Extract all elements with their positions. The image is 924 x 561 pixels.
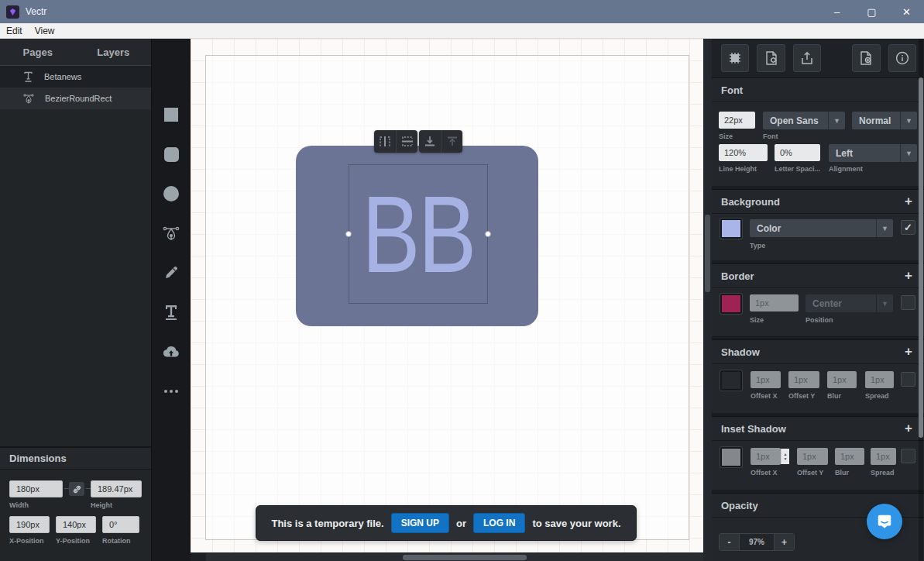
selection-handle-right[interactable] (485, 231, 491, 237)
y-position-field[interactable] (56, 516, 96, 533)
more-tools-icon[interactable] (163, 383, 180, 400)
layer-label: BezierRoundRect (45, 94, 112, 103)
scrollbar-corner (191, 553, 206, 561)
banner-suffix: to save your work. (532, 518, 620, 529)
opacity-decrease-button[interactable]: - (720, 534, 739, 550)
panel-scrollbar[interactable] (919, 39, 923, 561)
inset-shadow-enabled-checkbox[interactable] (901, 449, 915, 463)
line-height-field[interactable] (719, 144, 768, 161)
shadow-spread-field[interactable] (865, 371, 894, 388)
font-family-dropdown[interactable]: Open Sans (763, 112, 845, 129)
text-selection-box[interactable]: BB (349, 164, 488, 304)
bezier-pen-tool-icon[interactable] (163, 225, 180, 242)
rounded-rectangle-tool-icon[interactable] (163, 146, 180, 163)
letter-spacing-field[interactable] (775, 144, 820, 161)
panel-scrollbar-thumb[interactable] (919, 77, 923, 438)
font-family-label: Font (763, 133, 778, 140)
opacity-stepper: - 97% + (719, 533, 795, 551)
log-in-button[interactable]: LOG IN (473, 513, 525, 533)
pencil-tool-icon[interactable] (163, 264, 180, 281)
shadow-blur-field[interactable] (827, 371, 857, 388)
font-weight-dropdown[interactable]: Normal (852, 112, 917, 129)
menu-edit[interactable]: Edit (6, 26, 22, 36)
tab-layers[interactable]: Layers (76, 39, 152, 65)
horizontal-scrollbar-thumb[interactable] (403, 555, 527, 560)
border-color-swatch[interactable] (720, 294, 742, 314)
shadow-spread-label: Spread (865, 392, 889, 400)
bring-to-front-icon[interactable] (441, 130, 462, 153)
shadow-offset-x-label: Offset X (751, 392, 778, 400)
horizontal-scrollbar[interactable] (191, 552, 703, 561)
banner-or: or (456, 518, 466, 529)
shadow-offset-x-field[interactable] (751, 371, 781, 388)
shadow-enabled-checkbox[interactable] (901, 372, 915, 387)
canvas-text[interactable]: BB (362, 180, 475, 289)
stepper-arrows-icon[interactable] (781, 449, 789, 464)
height-field[interactable] (91, 480, 142, 497)
opacity-section-title: Opacity (721, 500, 758, 511)
ellipse-tool-icon[interactable] (163, 185, 180, 202)
align-horizontal-center-icon[interactable] (374, 130, 396, 153)
bezier-layer-icon (23, 93, 34, 104)
background-enabled-checkbox[interactable] (901, 220, 915, 235)
inset-shadow-color-swatch[interactable] (720, 447, 742, 467)
layer-row-bezierroundrect[interactable]: BezierRoundRect (0, 88, 151, 109)
add-shadow-button[interactable] (902, 344, 915, 360)
opacity-increase-button[interactable]: + (775, 534, 794, 550)
add-inset-shadow-button[interactable] (902, 421, 915, 436)
vertical-scrollbar-thumb[interactable] (705, 215, 710, 292)
shadow-color-swatch[interactable] (720, 370, 742, 391)
layer-label: Betanews (44, 72, 81, 81)
font-section-title: Font (721, 84, 743, 96)
add-page-icon[interactable] (852, 44, 880, 72)
inset-shadow-offset-x-field[interactable] (751, 448, 781, 465)
minimize-button[interactable]: – (819, 0, 854, 23)
alignment-dropdown[interactable]: Left (829, 144, 917, 162)
width-field[interactable] (9, 480, 63, 497)
close-button[interactable]: ✕ (889, 0, 924, 23)
align-vertical-center-icon[interactable] (396, 130, 417, 153)
vertical-scrollbar[interactable] (703, 39, 712, 561)
border-enabled-checkbox[interactable] (901, 295, 915, 310)
selection-toolbar-order (419, 130, 462, 153)
add-background-button[interactable] (902, 194, 915, 209)
cloud-upload-icon[interactable] (163, 343, 180, 360)
inset-shadow-blur-field[interactable] (835, 448, 864, 465)
chat-bubble-button[interactable] (867, 504, 902, 539)
layer-row-betanews[interactable]: Betanews (0, 66, 151, 88)
shadow-offset-y-field[interactable] (788, 371, 819, 388)
rotation-field[interactable] (102, 516, 139, 533)
page-settings-icon[interactable] (757, 44, 785, 72)
tab-pages[interactable]: Pages (0, 39, 76, 65)
maximize-button[interactable]: ▢ (854, 0, 889, 23)
chevron-down-icon (828, 112, 845, 129)
snap-grid-icon[interactable] (721, 44, 749, 72)
bezier-round-rect-shape[interactable]: BB (296, 146, 538, 326)
inset-shadow-blur-label: Blur (835, 469, 849, 477)
background-color-swatch[interactable] (720, 219, 742, 239)
info-icon[interactable] (888, 44, 916, 72)
left-panel: Pages Layers Betanews (0, 39, 152, 561)
chevron-down-icon (876, 219, 893, 237)
inset-shadow-spread-field[interactable] (871, 448, 896, 465)
canvas-area[interactable]: BB (191, 39, 703, 561)
send-to-back-icon[interactable] (419, 130, 441, 153)
x-position-field[interactable] (9, 516, 50, 533)
temporary-file-banner: This is a temporary file. SIGN UP or LOG… (256, 505, 637, 541)
sign-up-button[interactable]: SIGN UP (391, 513, 449, 533)
border-position-dropdown[interactable]: Center (805, 294, 893, 312)
menu-view[interactable]: View (35, 26, 55, 36)
export-icon[interactable] (793, 44, 821, 72)
border-size-field[interactable] (750, 294, 799, 311)
link-dimensions-button[interactable] (69, 482, 84, 496)
selection-handle-left[interactable] (345, 231, 352, 237)
text-tool-icon[interactable] (163, 304, 180, 321)
rectangle-tool-icon[interactable] (163, 106, 180, 123)
background-type-dropdown[interactable]: Color (750, 219, 893, 237)
panel-icon-bar (712, 39, 924, 77)
background-section-title: Background (721, 196, 780, 208)
font-size-field[interactable] (719, 112, 755, 129)
inset-shadow-offset-y-field[interactable] (797, 448, 828, 465)
border-section: Border Center Size Position (712, 263, 924, 336)
add-border-button[interactable] (902, 268, 915, 284)
